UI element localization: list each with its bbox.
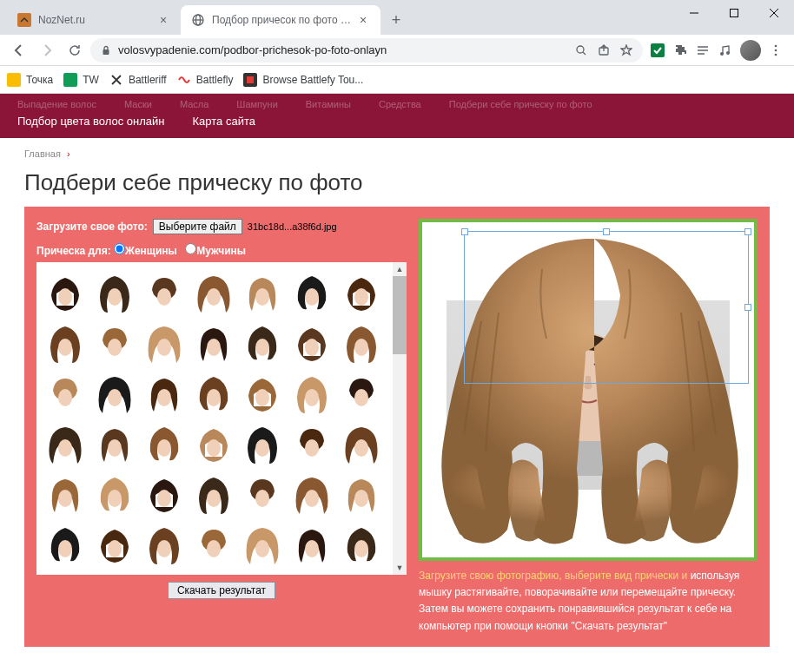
bookmark-item[interactable]: Battleriff bbox=[109, 73, 167, 87]
hairstyle-option[interactable] bbox=[239, 519, 286, 570]
scrollbar-thumb[interactable] bbox=[393, 276, 407, 354]
hairstyle-option[interactable] bbox=[338, 318, 385, 368]
nav-link[interactable]: Карта сайта bbox=[193, 113, 255, 129]
nav-link[interactable]: Масла bbox=[180, 97, 208, 111]
close-window-button[interactable] bbox=[754, 0, 794, 26]
hairstyle-option[interactable] bbox=[141, 318, 188, 368]
hairstyle-option[interactable] bbox=[190, 519, 237, 570]
svg-point-48 bbox=[157, 439, 171, 457]
hairstyle-option[interactable] bbox=[141, 418, 188, 469]
maximize-button[interactable] bbox=[714, 0, 754, 26]
bookmark-item[interactable]: Точка bbox=[7, 73, 53, 87]
hairstyle-option[interactable] bbox=[288, 519, 335, 570]
hairstyle-grid[interactable] bbox=[36, 262, 393, 575]
svg-point-36 bbox=[255, 339, 269, 356]
file-select-button[interactable]: Выберите файл bbox=[153, 219, 242, 234]
hairstyle-option[interactable] bbox=[239, 318, 286, 368]
hairstyle-option[interactable] bbox=[91, 318, 138, 368]
resize-handle[interactable] bbox=[744, 228, 751, 235]
site-navigation: Выпадение волос Маски Масла Шампуни Вита… bbox=[0, 94, 794, 138]
nav-link[interactable]: Выпадение волос bbox=[17, 97, 96, 111]
hairstyle-option[interactable] bbox=[141, 519, 188, 570]
hairstyle-option[interactable] bbox=[91, 368, 138, 418]
hairstyle-option[interactable] bbox=[338, 267, 385, 318]
reading-list-icon[interactable] bbox=[695, 43, 711, 58]
new-tab-button[interactable]: + bbox=[384, 8, 408, 32]
profile-avatar[interactable] bbox=[740, 40, 761, 61]
nav-link[interactable]: Подбор цвета волос онлайн bbox=[17, 113, 165, 129]
hairstyle-option[interactable] bbox=[42, 418, 89, 469]
minimize-button[interactable] bbox=[674, 0, 714, 26]
close-icon[interactable]: × bbox=[356, 13, 370, 27]
hairstyle-option[interactable] bbox=[190, 267, 237, 318]
search-icon[interactable] bbox=[575, 44, 587, 56]
browser-tab[interactable]: NozNet.ru × bbox=[7, 5, 181, 35]
hairstyle-option[interactable] bbox=[288, 267, 335, 318]
photo-preview[interactable] bbox=[419, 219, 758, 561]
bookmark-favicon bbox=[177, 73, 191, 87]
hairstyle-option[interactable] bbox=[338, 418, 385, 469]
nav-link[interactable]: Шампуни bbox=[236, 97, 277, 111]
nav-link[interactable]: Маски bbox=[124, 97, 152, 111]
reload-button[interactable] bbox=[63, 38, 87, 63]
nav-link[interactable]: Средства bbox=[379, 97, 421, 111]
hairstyle-option[interactable] bbox=[91, 519, 138, 570]
hairstyle-option[interactable] bbox=[190, 368, 237, 418]
hairstyle-option[interactable] bbox=[288, 318, 335, 368]
bookmark-item[interactable]: TW bbox=[63, 73, 99, 87]
hairstyle-option[interactable] bbox=[288, 368, 335, 418]
gender-female-radio[interactable] bbox=[114, 243, 125, 254]
hairstyle-option[interactable] bbox=[338, 368, 385, 418]
hairstyle-option[interactable] bbox=[42, 519, 89, 570]
hairstyle-option[interactable] bbox=[190, 318, 237, 368]
resize-handle[interactable] bbox=[603, 228, 610, 235]
svg-point-45 bbox=[354, 389, 368, 406]
nav-link[interactable]: Подбери себе прическу по фото bbox=[449, 97, 592, 111]
page-content[interactable]: Выпадение волос Маски Масла Шампуни Вита… bbox=[0, 94, 794, 672]
hairstyle-option[interactable] bbox=[239, 418, 286, 469]
hairstyle-option[interactable] bbox=[190, 469, 237, 519]
hairstyle-option[interactable] bbox=[91, 469, 138, 519]
ext-checkmark-icon[interactable] bbox=[650, 43, 665, 58]
hairstyle-option[interactable] bbox=[42, 267, 89, 318]
hairstyle-option[interactable] bbox=[338, 519, 385, 570]
hairstyle-option[interactable] bbox=[190, 418, 237, 469]
gender-male-radio[interactable] bbox=[185, 243, 196, 254]
resize-handle[interactable] bbox=[744, 304, 751, 311]
hairstyle-option[interactable] bbox=[239, 267, 286, 318]
hairstyle-option[interactable] bbox=[239, 469, 286, 519]
forward-button[interactable] bbox=[35, 38, 59, 63]
hairstyle-option[interactable] bbox=[288, 469, 335, 519]
browser-toolbar: volosvypadenie.com/podbor-prichesok-po-f… bbox=[0, 35, 794, 66]
hairstyle-option[interactable] bbox=[338, 469, 385, 519]
address-bar[interactable]: volosvypadenie.com/podbor-prichesok-po-f… bbox=[90, 38, 643, 63]
extensions-icon[interactable] bbox=[672, 43, 688, 58]
close-icon[interactable]: × bbox=[156, 13, 170, 27]
resize-handle[interactable] bbox=[461, 228, 468, 235]
hairstyle-option[interactable] bbox=[42, 318, 89, 368]
bookmark-item[interactable]: Battlefly bbox=[177, 73, 234, 87]
back-button[interactable] bbox=[7, 38, 31, 63]
menu-icon[interactable] bbox=[768, 43, 784, 58]
share-icon[interactable] bbox=[598, 44, 610, 56]
hairstyle-option[interactable] bbox=[91, 267, 138, 318]
scroll-down-icon[interactable]: ▼ bbox=[393, 561, 407, 575]
scroll-up-icon[interactable]: ▲ bbox=[393, 262, 407, 276]
music-icon[interactable] bbox=[718, 43, 733, 58]
breadcrumb-home[interactable]: Главная bbox=[24, 148, 61, 159]
hairstyle-option[interactable] bbox=[288, 418, 335, 469]
hairstyle-option[interactable] bbox=[141, 368, 188, 418]
bookmark-item[interactable]: Browse Battlefy Tou... bbox=[243, 73, 363, 87]
hairstyle-option[interactable] bbox=[91, 418, 138, 469]
hairstyle-option[interactable] bbox=[141, 267, 188, 318]
download-result-button[interactable]: Скачать результат bbox=[168, 582, 275, 599]
hairstyle-option[interactable] bbox=[42, 368, 89, 418]
nav-link[interactable]: Витамины bbox=[306, 97, 351, 111]
hairstyle-option[interactable] bbox=[42, 469, 89, 519]
star-icon[interactable] bbox=[620, 44, 632, 56]
hairstyle-option[interactable] bbox=[239, 368, 286, 418]
browser-tab-active[interactable]: Подбор причесок по фото онл × bbox=[181, 5, 380, 35]
scrollbar[interactable]: ▲ ▼ bbox=[393, 262, 407, 575]
selection-box[interactable] bbox=[464, 231, 749, 384]
hairstyle-option[interactable] bbox=[141, 469, 188, 519]
